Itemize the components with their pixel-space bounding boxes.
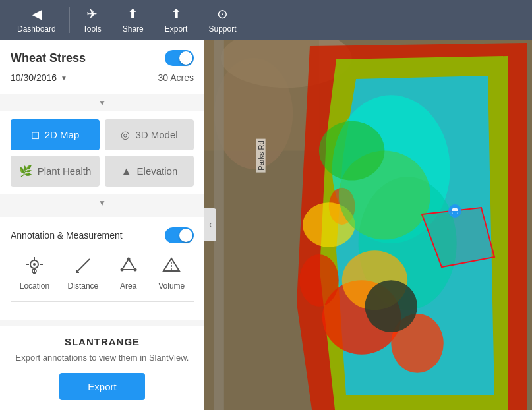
parks-rd-label: Parks Rd bbox=[256, 138, 265, 172]
sidebar-collapse-handle[interactable]: ‹ bbox=[204, 208, 216, 241]
elevation-label: Elevation bbox=[137, 165, 178, 177]
slantrange-section: SLANTRANGE Export annotations to view th… bbox=[0, 326, 204, 410]
svg-point-35 bbox=[365, 280, 418, 332]
svg-line-8 bbox=[76, 259, 90, 272]
plant-health-button[interactable]: 🌿 Plant Health bbox=[11, 156, 100, 187]
annotation-section: Annotation & Measurement bbox=[0, 217, 204, 320]
nav-tools-label: Tools bbox=[83, 24, 102, 34]
area-tool[interactable]: Area bbox=[117, 254, 140, 291]
slantrange-export-button[interactable]: Export bbox=[59, 373, 145, 400]
3d-model-button[interactable]: ◎ 3D Model bbox=[105, 119, 194, 150]
annotation-tools: Location Distance bbox=[11, 254, 194, 291]
svg-point-5 bbox=[33, 263, 36, 266]
nav-divider-1 bbox=[69, 7, 70, 33]
volume-label: Volume bbox=[158, 281, 185, 291]
nav-share[interactable]: ⬆ Share bbox=[112, 6, 154, 34]
elevation-button[interactable]: ▲ Elevation bbox=[105, 156, 194, 187]
svg-point-12 bbox=[127, 258, 130, 261]
acres-label: 30 Acres bbox=[158, 73, 194, 83]
plant-health-icon: 🌿 bbox=[19, 165, 32, 177]
nav-tools[interactable]: ✈ Tools bbox=[73, 6, 112, 34]
chevron-down-icon: ▼ bbox=[98, 98, 106, 107]
slantrange-title: SLANTRANGE bbox=[11, 336, 194, 347]
annotation-header: Annotation & Measurement bbox=[11, 227, 194, 243]
location-label: Location bbox=[20, 281, 49, 291]
nav-dashboard-label: Dashboard bbox=[17, 24, 56, 34]
map-area[interactable]: Parks Rd ‹ bbox=[204, 40, 532, 410]
2d-map-label: 2D Map bbox=[45, 129, 80, 140]
wheat-stress-title: Wheat Stress bbox=[11, 51, 86, 65]
svg-point-29 bbox=[299, 254, 339, 307]
divider-1 bbox=[11, 301, 194, 302]
svg-point-34 bbox=[319, 121, 384, 181]
wheat-stress-section: Wheat Stress 10/30/2016 ▼ 30 Acres bbox=[0, 40, 204, 94]
2d-map-icon: ◻ bbox=[31, 129, 40, 141]
volume-icon bbox=[160, 254, 183, 278]
distance-tool[interactable]: Distance bbox=[68, 254, 99, 291]
nav-support[interactable]: ⊙ Support bbox=[198, 6, 247, 34]
date-row: 10/30/2016 ▼ 30 Acres bbox=[11, 73, 194, 83]
collapse-chevron-icon: ‹ bbox=[209, 220, 212, 229]
svg-point-13 bbox=[133, 268, 136, 272]
area-icon bbox=[117, 254, 140, 278]
collapse-button-2[interactable]: ▼ bbox=[0, 194, 204, 212]
3d-model-icon: ◎ bbox=[121, 129, 130, 141]
chevron-down-icon-2: ▼ bbox=[98, 198, 106, 208]
plant-health-label: Plant Health bbox=[38, 165, 92, 177]
distance-icon bbox=[71, 254, 95, 278]
main-area: Wheat Stress 10/30/2016 ▼ 30 Acres ▼ ◻ 2… bbox=[0, 40, 532, 410]
map-type-buttons: ◻ 2D Map ◎ 3D Model 🌿 Plant Health ▲ Ele… bbox=[0, 111, 204, 194]
export-icon: ⬆ bbox=[171, 6, 182, 22]
date-chevron-icon: ▼ bbox=[61, 74, 67, 82]
date-value: 10/30/2016 bbox=[11, 73, 57, 83]
nav-export[interactable]: ⬆ Export bbox=[154, 6, 198, 34]
tools-icon: ✈ bbox=[86, 6, 98, 22]
3d-model-label: 3D Model bbox=[135, 129, 177, 140]
support-icon: ⊙ bbox=[217, 6, 228, 22]
heatmap-overlay bbox=[204, 40, 532, 410]
nav-share-label: Share bbox=[123, 24, 144, 34]
sidebar: Wheat Stress 10/30/2016 ▼ 30 Acres ▼ ◻ 2… bbox=[0, 40, 204, 410]
area-label: Area bbox=[120, 281, 136, 291]
annotation-title: Annotation & Measurement bbox=[11, 230, 123, 241]
annotation-toggle[interactable] bbox=[165, 227, 194, 243]
location-icon bbox=[22, 254, 46, 278]
nav-support-label: Support bbox=[208, 24, 236, 34]
share-icon: ⬆ bbox=[127, 6, 138, 22]
slantrange-description: Export annotations to view them in Slant… bbox=[11, 353, 194, 363]
nav-dashboard[interactable]: ◀ Dashboard bbox=[7, 6, 67, 34]
collapse-button-1[interactable]: ▼ bbox=[0, 94, 204, 111]
wheat-stress-toggle[interactable] bbox=[165, 50, 194, 66]
date-selector[interactable]: 10/30/2016 ▼ bbox=[11, 73, 67, 83]
distance-label: Distance bbox=[68, 281, 99, 291]
top-navigation: ◀ Dashboard ✈ Tools ⬆ Share ⬆ Export ⊙ S… bbox=[0, 0, 532, 40]
volume-tool[interactable]: Volume bbox=[158, 254, 185, 291]
2d-map-button[interactable]: ◻ 2D Map bbox=[11, 119, 100, 150]
dashboard-icon: ◀ bbox=[32, 6, 42, 22]
nav-export-label: Export bbox=[165, 24, 188, 34]
svg-point-14 bbox=[120, 268, 123, 272]
wheat-header: Wheat Stress bbox=[11, 50, 194, 66]
location-tool[interactable]: Location bbox=[20, 254, 49, 291]
elevation-icon: ▲ bbox=[121, 165, 132, 177]
